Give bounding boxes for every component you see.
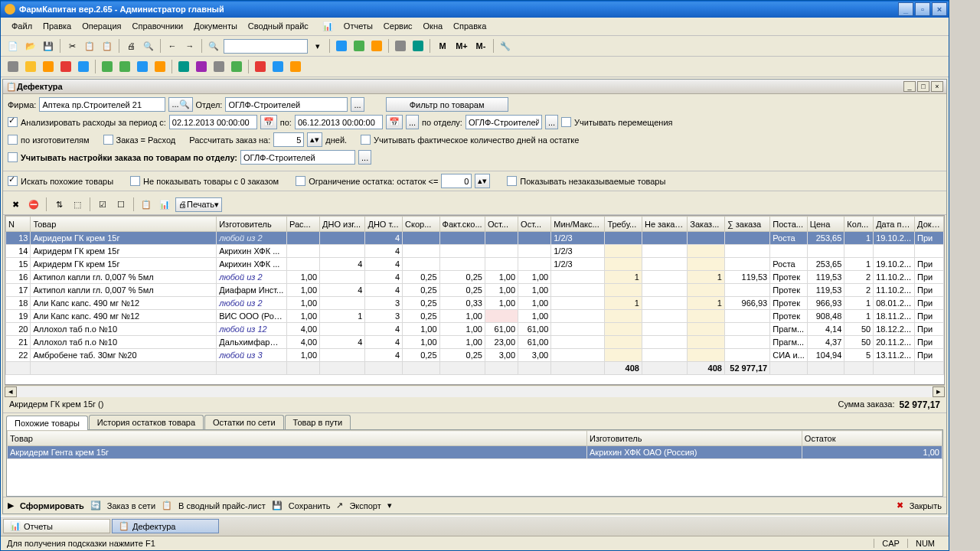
hide-zero-checkbox[interactable]: [130, 176, 140, 186]
col-header[interactable]: Рас...: [286, 217, 319, 232]
analyze-checkbox[interactable]: [8, 117, 18, 127]
movements-checkbox[interactable]: [561, 117, 571, 127]
col-header[interactable]: Заказ...: [688, 217, 725, 232]
fact-days-checkbox[interactable]: [361, 135, 371, 145]
search-input[interactable]: [224, 39, 308, 54]
tab-network[interactable]: Остатки по сети: [204, 415, 283, 429]
otdel3-input[interactable]: [240, 150, 355, 165]
col-header[interactable]: Не заказ...: [642, 217, 687, 232]
copy-icon[interactable]: 📋: [82, 38, 97, 54]
svod-button[interactable]: В сводный прайс-лист: [178, 501, 266, 510]
table-row[interactable]: 15Акридерм ГК крем 15гАкрихин ХФК ...441…: [6, 258, 944, 271]
export-button[interactable]: Экспорт: [349, 501, 381, 510]
filter-goods-button[interactable]: Фильтр по товарам: [386, 97, 508, 112]
table-row[interactable]: 13Акридерм ГК крем 15глюбой из 241/2/3Ро…: [6, 232, 944, 245]
col-header[interactable]: Требу...: [605, 217, 642, 232]
col-header[interactable]: N: [6, 217, 31, 232]
menu-edit[interactable]: Правка: [38, 20, 76, 33]
new-icon[interactable]: 📄: [5, 38, 21, 54]
otdel-input[interactable]: [225, 97, 348, 112]
order-eq-checkbox[interactable]: [103, 135, 113, 145]
col-header[interactable]: Кол...: [844, 217, 874, 232]
col-header[interactable]: Факт.ско...: [439, 217, 485, 232]
m-minus-button[interactable]: M-: [472, 38, 489, 54]
menu-price[interactable]: Сводный прайс: [243, 20, 313, 33]
sub-restore[interactable]: □: [917, 81, 929, 92]
form-button[interactable]: Сформировать: [20, 501, 84, 510]
delete-icon[interactable]: ✖: [8, 197, 23, 212]
limit-checkbox[interactable]: [296, 176, 305, 186]
col-header[interactable]: ∑ заказа: [724, 217, 769, 232]
col-header[interactable]: Дата пр...: [874, 217, 915, 232]
days-input[interactable]: [273, 132, 304, 147]
show-unorder-checkbox[interactable]: [507, 176, 517, 186]
tab-similar[interactable]: Похожие товары: [6, 416, 88, 430]
col-header[interactable]: Ост...: [518, 217, 551, 232]
paste-icon[interactable]: 📋: [100, 38, 115, 54]
table-row[interactable]: 18Али Капс капс. 490 мг №12любой из 21,0…: [6, 297, 944, 310]
sub-minimize[interactable]: _: [903, 81, 916, 92]
print-icon[interactable]: 🖨: [123, 38, 139, 54]
forward-icon[interactable]: →: [182, 38, 198, 54]
m-plus-button[interactable]: M+: [453, 38, 470, 54]
col-header[interactable]: Цена: [807, 217, 844, 232]
restore-button[interactable]: ▫: [915, 2, 930, 16]
task-reports[interactable]: 📊 Отчеты: [3, 519, 110, 533]
net-button[interactable]: Заказ в сети: [107, 501, 155, 510]
col-header[interactable]: Ост...: [485, 217, 518, 232]
otdel2-input[interactable]: [466, 115, 542, 129]
table-row[interactable]: 20Аллохол таб п.о №10любой из 124,0041,0…: [6, 323, 944, 336]
col-header[interactable]: ДНО т...: [365, 217, 403, 232]
date-to[interactable]: [295, 115, 383, 129]
menu-directories[interactable]: Справочники: [128, 20, 188, 33]
col-header[interactable]: Товар: [31, 217, 217, 232]
similar-checkbox[interactable]: [8, 176, 18, 186]
menu-help[interactable]: Справка: [449, 20, 491, 33]
col-header[interactable]: Доку...: [915, 217, 944, 232]
zoom-icon[interactable]: 🔍: [206, 38, 221, 54]
open-icon[interactable]: 📂: [23, 38, 38, 54]
menu-documents[interactable]: Документы: [189, 20, 242, 33]
table-row[interactable]: 21Аллохол таб п.о №10Дальхимфарм ...4,00…: [6, 336, 944, 349]
dropdown-icon[interactable]: ▾: [310, 38, 325, 54]
col-header[interactable]: Скор...: [403, 217, 440, 232]
settings-checkbox[interactable]: [8, 152, 18, 162]
menu-reports[interactable]: Отчеты: [339, 20, 377, 33]
minimize-button[interactable]: _: [898, 2, 913, 16]
preview-icon[interactable]: 🔍: [141, 38, 156, 54]
firma-lookup[interactable]: ...🔍: [168, 97, 192, 112]
save-icon[interactable]: 💾: [41, 38, 56, 54]
menu-windows[interactable]: Окна: [419, 20, 448, 33]
table-row[interactable]: 22Амбробене таб. 30мг №20любой из 31,004…: [6, 349, 944, 362]
tab-history[interactable]: История остатков товара: [89, 415, 204, 429]
task-defectura[interactable]: 📋 Дефектура: [112, 519, 219, 533]
back-icon[interactable]: ←: [165, 38, 180, 54]
otdel-lookup[interactable]: ...: [351, 97, 364, 112]
tab-transit[interactable]: Товар в пути: [285, 415, 351, 429]
cal2-icon[interactable]: 📅: [386, 115, 403, 129]
stop-icon[interactable]: ⛔: [26, 197, 41, 212]
similar-grid[interactable]: Товар Изготовитель Остаток Акридерм Гент…: [6, 429, 943, 497]
date-from[interactable]: [169, 115, 257, 129]
close-btn[interactable]: Закрыть: [910, 501, 942, 510]
cut-icon[interactable]: ✂: [64, 38, 80, 54]
col-header[interactable]: Изготовитель: [217, 217, 287, 232]
main-grid[interactable]: NТоварИзготовительРас...ДНО изг...ДНО т.…: [5, 215, 945, 385]
close-button[interactable]: ×: [932, 2, 947, 16]
col-header[interactable]: Поста...: [770, 217, 808, 232]
m-button[interactable]: M: [434, 38, 451, 54]
menu-file[interactable]: Файл: [7, 20, 37, 33]
firma-input[interactable]: [39, 97, 165, 112]
table-row[interactable]: 16Актипол капли гл. 0,007 % 5мллюбой из …: [6, 271, 944, 284]
col-header[interactable]: ДНО изг...: [320, 217, 365, 232]
menu-service[interactable]: Сервис: [379, 20, 417, 33]
menu-operation[interactable]: Операция: [77, 20, 126, 33]
cal1-icon[interactable]: 📅: [260, 115, 277, 129]
print-button[interactable]: 🖨 Печать ▾: [175, 197, 222, 212]
sub-close[interactable]: ×: [931, 81, 943, 92]
tools-icon[interactable]: 🔧: [498, 38, 513, 54]
save-button[interactable]: Сохранить: [289, 501, 331, 510]
col-header[interactable]: Мин/Макс...: [551, 217, 605, 232]
table-row[interactable]: 14Акридерм ГК крем 15гАкрихин ХФК ...41/…: [6, 245, 944, 258]
table-row[interactable]: 17Актипол капли гл. 0,007 % 5млДиафарм И…: [6, 284, 944, 297]
